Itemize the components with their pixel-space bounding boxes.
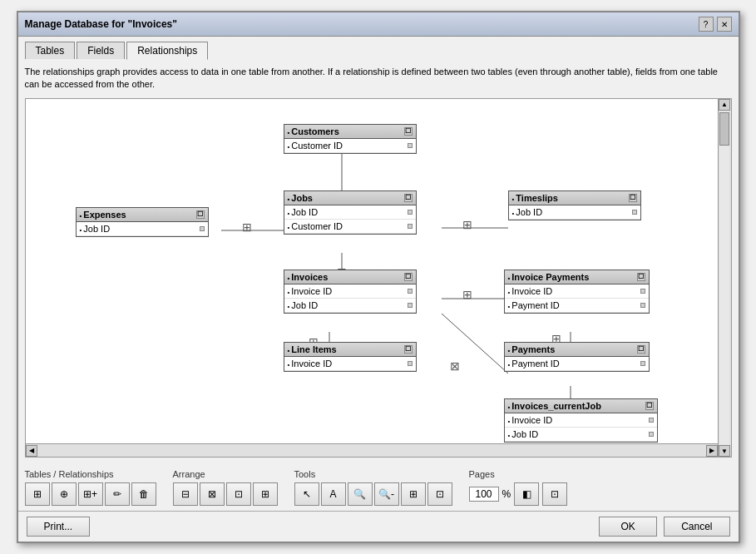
close-button[interactable]: ✕ <box>717 17 732 32</box>
bottom-left: Print... <box>27 517 91 537</box>
field-handle[interactable] <box>408 143 413 148</box>
table-customers-header: •Customers ☐ <box>284 125 416 139</box>
btn-arrange-2[interactable]: ⊠ <box>200 482 225 506</box>
table-jobs-field-0: •Job ID <box>284 205 416 220</box>
btn-arrange-1[interactable]: ⊟ <box>173 482 198 506</box>
table-expenses[interactable]: •Expenses ☐ •Job ID <box>76 207 209 237</box>
table-invoice-payments-field-1: •Payment ID <box>505 299 649 313</box>
table-invoices-field-0: •Invoice ID <box>284 284 416 299</box>
table-payments-expand[interactable]: ☐ <box>637 345 645 354</box>
field-handle[interactable] <box>640 361 645 366</box>
table-payments-name: Payments <box>511 344 555 354</box>
table-invoices-header: •Invoices ☐ <box>284 270 416 284</box>
btn-zoom-out[interactable]: 🔍- <box>374 482 399 506</box>
table-expenses-field-0: •Job ID <box>77 222 208 236</box>
field-handle[interactable] <box>640 303 645 308</box>
btn-add-relationship[interactable]: ⊕ <box>52 482 77 506</box>
table-timeslips-field-0: •Job ID <box>509 205 640 220</box>
toolbar-label-tools: Tools <box>294 469 316 479</box>
table-invoices[interactable]: •Invoices ☐ •Invoice ID •Job ID <box>284 270 417 314</box>
scroll-track-v[interactable] <box>719 111 729 445</box>
scroll-right-button[interactable]: ▶ <box>706 445 718 457</box>
graph-container[interactable]: ⊞ ⊞ ⊞ ⊞ ⊠ ⊞ ⊞ ⊞ •Customers ☐ •Customer I… <box>25 98 732 458</box>
field-handle[interactable] <box>200 226 205 231</box>
tab-tables[interactable]: Tables <box>25 42 76 59</box>
table-jobs-expand[interactable]: ☐ <box>404 194 413 202</box>
tab-relationships[interactable]: Relationships <box>126 42 208 60</box>
join-expenses-jobs: ⊞ <box>242 220 252 234</box>
table-customers-expand[interactable]: ☐ <box>404 127 413 136</box>
scroll-left-button[interactable]: ◀ <box>26 445 37 457</box>
btn-page-next[interactable]: ⊡ <box>542 482 567 506</box>
zoom-value-input[interactable] <box>469 487 499 502</box>
field-handle[interactable] <box>408 224 413 229</box>
field-handle[interactable] <box>408 210 413 215</box>
table-payments[interactable]: •Payments ☐ •Payment ID <box>504 342 650 372</box>
btn-arrange-4[interactable]: ⊞ <box>253 482 278 506</box>
content-area: The relationships graph provides access … <box>18 59 739 464</box>
table-jobs[interactable]: •Jobs ☐ •Job ID •Customer ID <box>284 190 417 235</box>
ok-button[interactable]: OK <box>599 517 657 537</box>
btn-text[interactable]: A <box>321 482 346 506</box>
btn-delete[interactable]: 🗑 <box>131 482 156 506</box>
tabs-bar: Tables Fields Relationships <box>18 37 739 59</box>
table-invoices-currentjob-name: Invoices_currentJob <box>511 401 601 411</box>
tab-fields[interactable]: Fields <box>77 42 125 59</box>
scroll-down-button[interactable]: ▼ <box>719 445 730 457</box>
btn-page-prev[interactable]: ◧ <box>514 482 539 506</box>
field-handle[interactable] <box>649 432 654 437</box>
btn-edit[interactable]: ✏ <box>105 482 130 506</box>
table-invoices-name: Invoices <box>291 272 328 282</box>
btn-duplicate[interactable]: ⊞+ <box>78 482 103 506</box>
table-invoices-expand[interactable]: ☐ <box>404 273 413 281</box>
table-jobs-field-1: •Customer ID <box>284 220 416 234</box>
table-line-items[interactable]: •Line Items ☐ •Invoice ID <box>284 342 417 372</box>
join-jobs-timeslips: ⊞ <box>462 218 472 231</box>
scrollbar-horizontal[interactable]: ◀ ▶ <box>26 443 718 457</box>
btn-pointer[interactable]: ↖ <box>294 482 319 506</box>
table-line-items-name: Line Items <box>291 344 336 354</box>
toolbar-buttons-tools: ↖ A 🔍 🔍- ⊞ ⊡ <box>294 482 452 506</box>
btn-zoom-in[interactable]: 🔍 <box>348 482 373 506</box>
btn-add-table[interactable]: ⊞ <box>25 482 50 506</box>
toolbar-group-arrange: Arrange ⊟ ⊠ ⊡ ⊞ <box>173 469 278 506</box>
table-invoices-currentjob-expand[interactable]: ☐ <box>645 402 654 410</box>
table-invoices-currentjob[interactable]: •Invoices_currentJob ☐ •Invoice ID •Job … <box>504 398 658 443</box>
btn-fit[interactable]: ⊡ <box>427 482 452 506</box>
toolbar-label-pages: Pages <box>469 469 495 479</box>
table-timeslips[interactable]: •Timeslips ☐ •Job ID <box>508 190 641 220</box>
toolbar-buttons-tables: ⊞ ⊕ ⊞+ ✏ 🗑 <box>25 482 156 506</box>
field-handle[interactable] <box>649 418 654 423</box>
table-expenses-expand[interactable]: ☐ <box>196 210 205 219</box>
print-button[interactable]: Print... <box>27 517 91 537</box>
table-invoice-payments[interactable]: •Invoice Payments ☐ •Invoice ID •Payment… <box>504 270 650 314</box>
field-handle[interactable] <box>632 210 637 215</box>
btn-arrange-3[interactable]: ⊡ <box>226 482 251 506</box>
table-payments-header: •Payments ☐ <box>505 343 649 357</box>
table-invoices-field-1: •Job ID <box>284 299 416 313</box>
field-handle[interactable] <box>408 303 413 308</box>
field-handle[interactable] <box>408 361 413 366</box>
table-invoice-payments-header: •Invoice Payments ☐ <box>505 270 649 284</box>
table-jobs-header: •Jobs ☐ <box>284 191 416 205</box>
toolbar-buttons-pages: % ◧ ⊡ <box>469 482 568 506</box>
btn-grid[interactable]: ⊞ <box>401 482 426 506</box>
table-customers-name: Customers <box>291 126 338 136</box>
table-invoice-payments-expand[interactable]: ☐ <box>637 273 645 281</box>
table-timeslips-expand[interactable]: ☐ <box>629 194 637 202</box>
table-customers[interactable]: •Customers ☐ •Customer ID <box>284 124 417 154</box>
scroll-up-button[interactable]: ▲ <box>719 99 730 111</box>
bottom-bar: Print... OK Cancel <box>18 511 739 542</box>
scroll-thumb-v[interactable] <box>719 112 729 146</box>
field-handle[interactable] <box>408 289 413 294</box>
help-button[interactable]: ? <box>699 17 714 32</box>
toolbar-buttons-arrange: ⊟ ⊠ ⊡ ⊞ <box>173 482 278 506</box>
table-expenses-header: •Expenses ☐ <box>77 208 208 222</box>
scrollbar-vertical[interactable]: ▲ ▼ <box>718 99 731 457</box>
bottom-right: OK Cancel <box>599 517 729 537</box>
table-line-items-expand[interactable]: ☐ <box>404 345 413 354</box>
cancel-button[interactable]: Cancel <box>664 517 729 537</box>
field-handle[interactable] <box>640 289 645 294</box>
dialog-title: Manage Database for "Invoices" <box>25 18 177 30</box>
zoom-unit: % <box>502 488 511 500</box>
